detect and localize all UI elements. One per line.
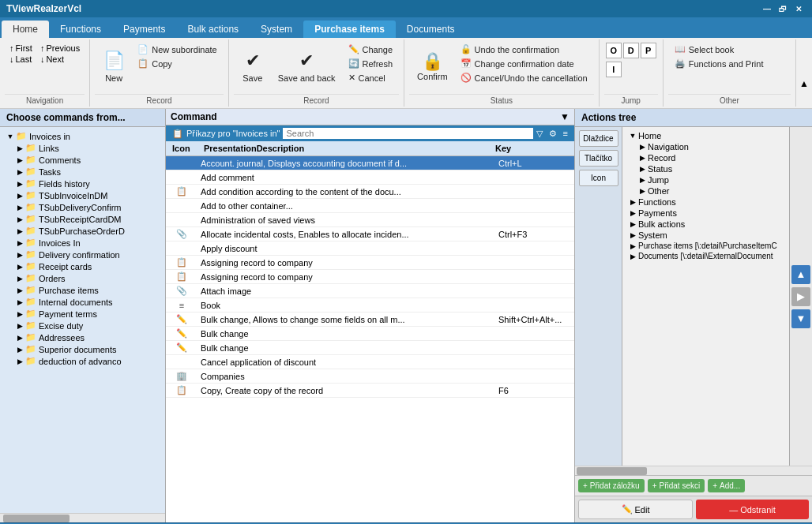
at-expander[interactable]: ▶ — [627, 198, 638, 206]
tree-expander[interactable]: ▶ — [14, 204, 25, 211]
tree-expander[interactable]: ▶ — [14, 180, 25, 188]
gear-icon[interactable]: ⚙ — [549, 129, 557, 139]
at-item-documents-tree[interactable]: ▶ Documents [\:detail\ExternalDocument — [626, 251, 786, 261]
tree-expander[interactable]: ▶ — [14, 192, 25, 200]
move-up-btn[interactable]: ▲ — [791, 265, 810, 284]
left-scrollbar[interactable] — [0, 513, 165, 522]
save-btn[interactable]: ✔ Save — [235, 43, 270, 90]
at-item-home[interactable]: ▼ Home — [626, 130, 786, 141]
button-type-btn[interactable]: Tlačítko — [579, 150, 618, 167]
at-expander[interactable]: ▶ — [627, 209, 638, 217]
edit-btn[interactable]: ✏️ Edit — [578, 500, 693, 519]
cancel-ribbon-btn[interactable]: ✕ Cancel — [344, 71, 398, 84]
move-down-btn[interactable]: ▼ — [791, 309, 810, 328]
jump-o[interactable]: O — [606, 43, 622, 58]
right-hscroll[interactable] — [575, 466, 812, 475]
at-expander[interactable]: ▶ — [637, 187, 648, 195]
cmd-row[interactable]: 📎 Allocate incidental costs, Enables to … — [166, 227, 574, 241]
at-expander[interactable]: ▶ — [637, 176, 648, 184]
ribbon-collapse-btn[interactable]: ▲ — [796, 77, 812, 91]
cmd-row[interactable]: Cancel application of discount — [166, 355, 574, 369]
functions-print-btn[interactable]: 🖨️ Functions and Print — [670, 57, 769, 70]
tree-item-tsubreceiptcard[interactable]: ▶ 📁 TSubReceiptCardDM — [3, 213, 162, 225]
cmd-row[interactable]: 📋 Add condition according to the content… — [166, 185, 574, 199]
cmd-row[interactable]: Add to other container... — [166, 199, 574, 213]
tab-purchase-items[interactable]: Purchase items — [303, 21, 396, 38]
at-item-navigation[interactable]: ▶ Navigation — [626, 141, 786, 152]
add-btn[interactable]: + Add... — [708, 479, 745, 492]
cmd-list[interactable]: Account. journal, Displays accounting do… — [166, 156, 574, 522]
tree-expander[interactable]: ▶ — [14, 286, 25, 294]
tree-expander[interactable]: ▶ — [14, 275, 25, 283]
restore-icon[interactable]: 🗗 — [776, 2, 790, 15]
left-tree[interactable]: ▼ 📁 Invoices in ▶ 📁 Links ▶ 📁 Comments ▶… — [0, 127, 165, 513]
tree-expander[interactable]: ▶ — [14, 263, 25, 271]
remove-btn[interactable]: — Odstranit — [696, 500, 809, 519]
tree-item-deduction[interactable]: ▶ 📁 deduction of advanco — [3, 355, 162, 367]
at-item-bulk-actions[interactable]: ▶ Bulk actions — [626, 219, 786, 230]
jump-p[interactable]: P — [641, 43, 656, 58]
tree-expander[interactable]: ▶ — [14, 357, 25, 365]
jump-d[interactable]: D — [623, 43, 639, 58]
tab-bulk-actions[interactable]: Bulk actions — [176, 21, 250, 38]
menu-icon[interactable]: ≡ — [563, 129, 568, 138]
tree-item-superior[interactable]: ▶ 📁 Superior documents — [3, 343, 162, 355]
tree-expander[interactable]: ▶ — [14, 334, 25, 342]
change-confirm-date-btn[interactable]: 📅 Change confirmation date — [456, 57, 592, 70]
cmd-row[interactable]: 📎 Attach image — [166, 284, 574, 298]
at-expander[interactable]: ▶ — [627, 253, 638, 260]
tree-expander[interactable]: ▶ — [14, 310, 25, 318]
search-input[interactable] — [283, 128, 532, 139]
at-expander[interactable]: ▼ — [627, 132, 638, 140]
tree-item-tsubpurchase[interactable]: ▶ 📁 TSubPurchaseOrderD — [3, 225, 162, 237]
tree-expander[interactable]: ▶ — [14, 168, 25, 176]
tree-item-invoices-in[interactable]: ▼ 📁 Invoices in — [3, 130, 162, 142]
at-item-system[interactable]: ▶ System — [626, 230, 786, 241]
center-dropdown-icon[interactable]: ▼ — [560, 111, 570, 122]
at-expander[interactable]: ▶ — [627, 220, 638, 228]
save-back-btn[interactable]: ✔ Save and back — [272, 43, 342, 90]
tab-payments[interactable]: Payments — [112, 21, 176, 38]
tree-expander[interactable]: ▶ — [14, 215, 25, 223]
confirm-btn[interactable]: 🔒 Confirm — [411, 43, 454, 90]
cancel-undo-btn[interactable]: 🚫 Cancel/Undo the cancellation — [456, 71, 592, 84]
tree-expander[interactable]: ▶ — [14, 156, 25, 164]
tree-item-internal[interactable]: ▶ 📁 Internal documents — [3, 296, 162, 308]
new-btn[interactable]: 📄 New — [96, 43, 131, 90]
tab-system[interactable]: System — [250, 21, 303, 38]
cmd-row[interactable]: ✏️ Bulk change, Allows to change some fi… — [166, 313, 574, 327]
tree-item-addressees[interactable]: ▶ 📁 Addressees — [3, 331, 162, 343]
cmd-row[interactable]: 📋 Assigning record to company — [166, 256, 574, 270]
tree-expander[interactable]: ▶ — [14, 322, 25, 330]
at-item-record[interactable]: ▶ Record — [626, 152, 786, 163]
cmd-row[interactable]: ✏️ Bulk change — [166, 327, 574, 341]
tree-expander[interactable]: ▶ — [14, 144, 25, 152]
nav-first-btn[interactable]: ↑ First — [6, 43, 36, 54]
cmd-row[interactable]: 📋 Assigning record to company — [166, 270, 574, 284]
tree-item-tsubdelivery[interactable]: ▶ 📁 TSubDeliveryConfirm — [3, 201, 162, 213]
at-item-purchase-items-tree[interactable]: ▶ Purchase items [\:detail\PurchaseItemC — [626, 241, 786, 251]
jump-i[interactable]: I — [606, 62, 622, 77]
tree-expander[interactable]: ▶ — [14, 227, 25, 235]
nav-prev-btn[interactable]: ↑ Previous — [37, 43, 83, 54]
cmd-row[interactable]: ≡ Book — [166, 298, 574, 313]
new-subordinate-btn[interactable]: 📄 New subordinate — [133, 43, 222, 56]
tree-expander[interactable]: ▶ — [14, 298, 25, 306]
cmd-row[interactable]: Account. journal, Displays accounting do… — [166, 156, 574, 170]
at-expander[interactable]: ▶ — [627, 242, 638, 250]
select-book-btn[interactable]: 📖 Select book — [670, 43, 769, 56]
actions-tree[interactable]: ▼ Home ▶ Navigation ▶ Record ▶ Status ▶ — [622, 127, 789, 466]
tree-item-fields-history[interactable]: ▶ 📁 Fields history — [3, 178, 162, 189]
cmd-row[interactable]: Administration of saved views — [166, 213, 574, 227]
nav-last-btn[interactable]: ↓ Last — [6, 54, 36, 65]
filter-icon[interactable]: ▽ — [536, 129, 543, 139]
tree-expander[interactable]: ▶ — [14, 239, 25, 247]
tree-item-excise[interactable]: ▶ 📁 Excise duty — [3, 320, 162, 331]
tree-item-invoices-in2[interactable]: ▶ 📁 Invoices In — [3, 237, 162, 249]
tree-item-tsubinvoice[interactable]: ▶ 📁 TSubInvoiceInDM — [3, 189, 162, 201]
tab-functions[interactable]: Functions — [49, 21, 112, 38]
at-item-payments[interactable]: ▶ Payments — [626, 208, 786, 219]
cmd-row[interactable]: Add comment — [166, 170, 574, 185]
close-icon[interactable]: ✕ — [791, 2, 806, 15]
refresh-btn[interactable]: 🔄 Refresh — [344, 57, 398, 70]
